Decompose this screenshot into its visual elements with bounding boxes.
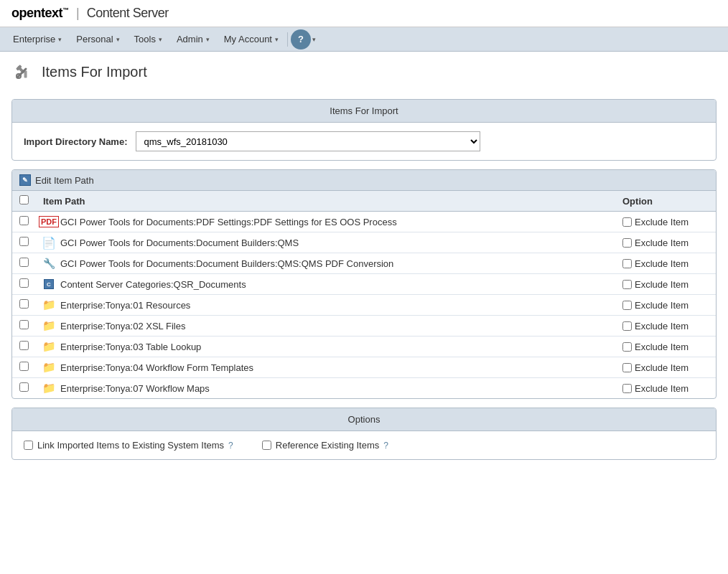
table-row: 📁Enterprise:Tonya:04 Workflow Form Templ… (12, 357, 716, 378)
exclude-label: Exclude Item (635, 237, 689, 248)
exclude-option: Exclude Item (622, 362, 709, 373)
row-checkbox[interactable] (19, 258, 29, 267)
row-checkbox-cell (12, 274, 36, 295)
options-section: Options Link Imported Items to Existing … (11, 408, 717, 460)
exclude-option: Exclude Item (622, 300, 709, 311)
exclude-option: Exclude Item (622, 383, 709, 394)
exclude-option: Exclude Item (622, 342, 709, 352)
items-section: ✎ Edit Item Path Item Path Option PDFGCI… (11, 169, 717, 399)
logo-product: Content Server (87, 6, 169, 20)
chevron-down-icon: ▾ (206, 36, 210, 43)
import-card: Items For Import Import Directory Name: … (11, 99, 717, 161)
help-button[interactable]: ? (291, 29, 311, 50)
page-title: Items For Import (42, 64, 147, 80)
row-checkbox[interactable] (19, 320, 29, 329)
option-cell: Exclude Item (615, 212, 716, 232)
option1-checkbox[interactable] (24, 441, 33, 450)
row-checkbox[interactable] (19, 237, 29, 246)
option1-label: Link Imported Items to Existing System I… (37, 440, 224, 451)
row-checkbox[interactable] (19, 216, 29, 225)
catsrv-icon: C (43, 278, 55, 290)
row-checkbox-cell (12, 212, 36, 232)
option1-help-link[interactable]: ? (228, 441, 233, 451)
item-path-text: Enterprise:Tonya:01 Resources (60, 300, 190, 311)
exclude-checkbox[interactable] (622, 384, 632, 393)
options-body: Link Imported Items to Existing System I… (12, 431, 716, 459)
row-checkbox[interactable] (19, 278, 29, 288)
pdf-icon: PDF (43, 216, 55, 227)
item-row-content: CContent Server Categories:QSR_Documents (43, 278, 608, 290)
svg-rect-2 (24, 71, 27, 78)
folder-icon: 📁 (43, 341, 55, 352)
item-path-cell: 📄GCI Power Tools for Documents:Document … (36, 232, 615, 253)
item-row-content: 🔧GCI Power Tools for Documents:Document … (43, 258, 608, 269)
col-header-option: Option (615, 191, 716, 212)
col-header-checkbox (12, 191, 36, 212)
item-row-content: 📁Enterprise:Tonya:04 Workflow Form Templ… (43, 362, 608, 373)
item-row-content: 📁Enterprise:Tonya:01 Resources (43, 299, 608, 311)
select-all-checkbox[interactable] (19, 195, 29, 204)
chevron-down-icon: ▾ (116, 36, 120, 43)
row-checkbox[interactable] (19, 382, 29, 392)
table-row: CContent Server Categories:QSR_Documents… (12, 274, 716, 295)
exclude-label: Exclude Item (635, 321, 689, 331)
logo-brand: opentext (11, 6, 62, 20)
item-path-cell: 📁Enterprise:Tonya:03 Table Lookup (36, 337, 615, 357)
option2-label: Reference Existing Items (276, 440, 380, 451)
exclude-checkbox[interactable] (622, 321, 632, 331)
nav-myaccount[interactable]: My Account ▾ (217, 27, 286, 51)
item-row-content: PDFGCI Power Tools for Documents:PDF Set… (43, 216, 608, 227)
option-cell: Exclude Item (615, 316, 716, 337)
exclude-checkbox[interactable] (622, 217, 632, 227)
exclude-label: Exclude Item (635, 279, 689, 290)
exclude-checkbox[interactable] (622, 342, 632, 352)
table-row: 📁Enterprise:Tonya:02 XSL FilesExclude It… (12, 316, 716, 337)
exclude-option: Exclude Item (622, 279, 709, 290)
option-cell: Exclude Item (615, 274, 716, 295)
nav-admin[interactable]: Admin ▾ (169, 27, 217, 51)
row-checkbox-cell (12, 337, 36, 357)
edit-item-path-header[interactable]: ✎ Edit Item Path (12, 170, 716, 191)
table-row: 📁Enterprise:Tonya:07 Workflow MapsExclud… (12, 378, 716, 399)
items-table: Item Path Option PDFGCI Power Tools for … (12, 191, 716, 398)
exclude-label: Exclude Item (635, 217, 689, 227)
tools-icon (13, 62, 33, 82)
option-cell: Exclude Item (615, 295, 716, 316)
nav-tools[interactable]: Tools ▾ (127, 27, 169, 51)
exclude-label: Exclude Item (635, 258, 689, 269)
item-row-content: 📄GCI Power Tools for Documents:Document … (43, 237, 608, 248)
table-row: 📁Enterprise:Tonya:03 Table LookupExclude… (12, 337, 716, 357)
item-path-text: Content Server Categories:QSR_Documents (60, 279, 246, 290)
exclude-checkbox[interactable] (622, 259, 632, 268)
row-checkbox-cell (12, 357, 36, 378)
chevron-down-icon: ▾ (58, 36, 62, 43)
row-checkbox[interactable] (19, 341, 29, 350)
option1-row: Link Imported Items to Existing System I… (24, 440, 233, 451)
option2-help-link[interactable]: ? (383, 441, 388, 451)
chevron-down-icon: ▾ (159, 36, 162, 43)
row-checkbox-cell (12, 316, 36, 337)
doc-icon: 📄 (43, 237, 55, 248)
table-row: PDFGCI Power Tools for Documents:PDF Set… (12, 212, 716, 232)
row-checkbox[interactable] (19, 299, 29, 309)
exclude-label: Exclude Item (635, 300, 689, 311)
nav-personal[interactable]: Personal ▾ (69, 27, 126, 51)
folder-icon: 📁 (43, 382, 55, 394)
exclude-checkbox[interactable] (622, 363, 632, 372)
nav-divider (287, 32, 288, 47)
option2-checkbox[interactable] (262, 441, 271, 450)
exclude-checkbox[interactable] (622, 280, 632, 289)
nav-enterprise[interactable]: Enterprise ▾ (6, 27, 69, 51)
import-dir-row: Import Directory Name: qms_wfs_20181030 (24, 131, 704, 151)
item-row-content: 📁Enterprise:Tonya:07 Workflow Maps (43, 382, 608, 394)
edit-item-path-label: Edit Item Path (35, 175, 94, 186)
exclude-checkbox[interactable] (622, 301, 632, 310)
exclude-label: Exclude Item (635, 342, 689, 352)
exclude-label: Exclude Item (635, 383, 689, 394)
import-directory-select[interactable]: qms_wfs_20181030 (136, 131, 480, 151)
option-cell: Exclude Item (615, 253, 716, 274)
exclude-checkbox[interactable] (622, 238, 632, 248)
row-checkbox[interactable] (19, 362, 29, 371)
row-checkbox-cell (12, 295, 36, 316)
app-logo: opentext™ | Content Server (11, 6, 169, 21)
